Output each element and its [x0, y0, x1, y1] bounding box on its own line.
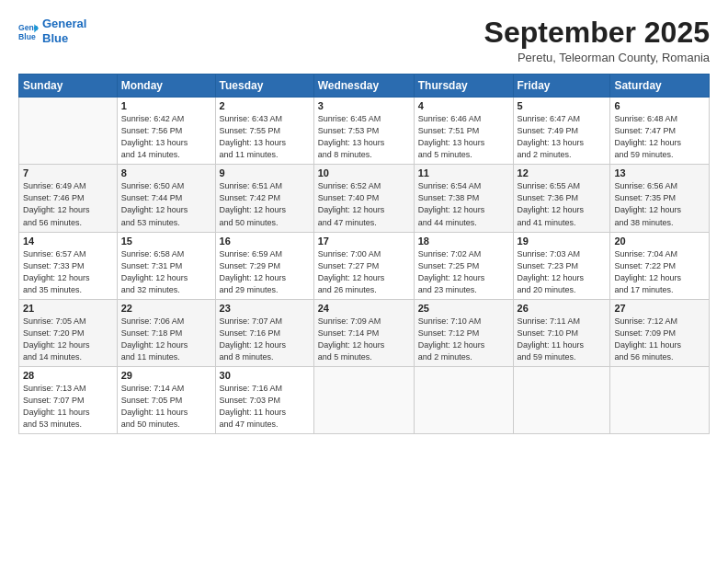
calendar-day-cell: 15Sunrise: 6:58 AM Sunset: 7:31 PM Dayli…: [117, 232, 215, 299]
day-info: Sunrise: 7:06 AM Sunset: 7:18 PM Dayligh…: [121, 316, 211, 363]
logo-icon: General Blue: [18, 21, 39, 41]
day-info: Sunrise: 7:00 AM Sunset: 7:27 PM Dayligh…: [318, 248, 410, 296]
day-number: 4: [418, 100, 509, 111]
calendar-table: SundayMondayTuesdayWednesdayThursdayFrid…: [18, 74, 710, 434]
day-number: 9: [220, 167, 310, 178]
month-title: September 2025: [484, 17, 710, 49]
day-info: Sunrise: 6:56 AM Sunset: 7:35 PM Dayligh…: [614, 180, 705, 228]
calendar-day-cell: 10Sunrise: 6:52 AM Sunset: 7:40 PM Dayli…: [313, 165, 414, 232]
calendar-day-cell: 18Sunrise: 7:02 AM Sunset: 7:25 PM Dayli…: [414, 232, 513, 299]
calendar-day-cell: 2Sunrise: 6:43 AM Sunset: 7:55 PM Daylig…: [215, 98, 313, 165]
day-number: 8: [121, 167, 211, 178]
day-number: 15: [121, 236, 211, 247]
day-info: Sunrise: 6:58 AM Sunset: 7:31 PM Dayligh…: [121, 248, 211, 296]
calendar-day-cell: 24Sunrise: 7:09 AM Sunset: 7:14 PM Dayli…: [313, 299, 414, 366]
calendar-day-cell: 12Sunrise: 6:55 AM Sunset: 7:36 PM Dayli…: [513, 165, 610, 232]
day-info: Sunrise: 7:14 AM Sunset: 7:05 PM Dayligh…: [121, 383, 211, 431]
calendar-day-cell: 29Sunrise: 7:14 AM Sunset: 7:05 PM Dayli…: [117, 366, 215, 433]
day-number: 7: [23, 167, 113, 178]
calendar-day-cell: [610, 366, 710, 433]
title-block: September 2025 Peretu, Teleorman County,…: [484, 17, 710, 64]
calendar-day-cell: 8Sunrise: 6:50 AM Sunset: 7:44 PM Daylig…: [117, 165, 215, 232]
calendar-day-cell: 1Sunrise: 6:42 AM Sunset: 7:56 PM Daylig…: [117, 98, 215, 165]
day-header-tuesday: Tuesday: [215, 75, 313, 98]
day-header-thursday: Thursday: [414, 75, 513, 98]
calendar-day-cell: 21Sunrise: 7:05 AM Sunset: 7:20 PM Dayli…: [19, 299, 118, 366]
calendar-week-row: 7Sunrise: 6:49 AM Sunset: 7:46 PM Daylig…: [19, 165, 710, 232]
day-info: Sunrise: 6:55 AM Sunset: 7:36 PM Dayligh…: [518, 180, 607, 228]
day-info: Sunrise: 6:54 AM Sunset: 7:38 PM Dayligh…: [418, 180, 509, 228]
day-number: 5: [518, 100, 607, 111]
day-number: 23: [220, 303, 310, 314]
day-header-saturday: Saturday: [610, 75, 710, 98]
day-info: Sunrise: 6:57 AM Sunset: 7:33 PM Dayligh…: [23, 248, 113, 296]
calendar-day-cell: 17Sunrise: 7:00 AM Sunset: 7:27 PM Dayli…: [313, 232, 414, 299]
day-number: 20: [614, 236, 705, 247]
day-info: Sunrise: 6:43 AM Sunset: 7:55 PM Dayligh…: [220, 113, 310, 161]
day-info: Sunrise: 6:42 AM Sunset: 7:56 PM Dayligh…: [121, 113, 211, 161]
calendar-day-cell: 4Sunrise: 6:46 AM Sunset: 7:51 PM Daylig…: [414, 98, 513, 165]
day-number: 12: [518, 167, 607, 178]
calendar-day-cell: 5Sunrise: 6:47 AM Sunset: 7:49 PM Daylig…: [513, 98, 610, 165]
day-header-friday: Friday: [513, 75, 610, 98]
logo: General Blue GeneralBlue: [18, 17, 86, 45]
day-number: 13: [614, 167, 705, 178]
day-info: Sunrise: 7:02 AM Sunset: 7:25 PM Dayligh…: [418, 248, 509, 296]
day-info: Sunrise: 6:47 AM Sunset: 7:49 PM Dayligh…: [518, 113, 607, 161]
day-info: Sunrise: 7:03 AM Sunset: 7:23 PM Dayligh…: [518, 248, 607, 296]
page-header: General Blue GeneralBlue September 2025 …: [18, 17, 710, 64]
calendar-day-cell: 22Sunrise: 7:06 AM Sunset: 7:18 PM Dayli…: [117, 299, 215, 366]
day-info: Sunrise: 6:59 AM Sunset: 7:29 PM Dayligh…: [220, 248, 310, 296]
day-info: Sunrise: 6:48 AM Sunset: 7:47 PM Dayligh…: [614, 113, 705, 161]
day-number: 29: [121, 370, 211, 381]
day-number: 10: [318, 167, 410, 178]
calendar-day-cell: 26Sunrise: 7:11 AM Sunset: 7:10 PM Dayli…: [513, 299, 610, 366]
calendar-day-cell: 28Sunrise: 7:13 AM Sunset: 7:07 PM Dayli…: [19, 366, 118, 433]
calendar-week-row: 14Sunrise: 6:57 AM Sunset: 7:33 PM Dayli…: [19, 232, 710, 299]
day-info: Sunrise: 6:45 AM Sunset: 7:53 PM Dayligh…: [318, 113, 410, 161]
location: Peretu, Teleorman County, Romania: [484, 51, 710, 64]
day-info: Sunrise: 7:07 AM Sunset: 7:16 PM Dayligh…: [220, 316, 310, 363]
day-info: Sunrise: 6:52 AM Sunset: 7:40 PM Dayligh…: [318, 180, 410, 228]
day-number: 27: [614, 303, 705, 314]
calendar-day-cell: 23Sunrise: 7:07 AM Sunset: 7:16 PM Dayli…: [215, 299, 313, 366]
day-info: Sunrise: 7:09 AM Sunset: 7:14 PM Dayligh…: [318, 316, 410, 363]
calendar-day-cell: [414, 366, 513, 433]
day-number: 30: [220, 370, 310, 381]
day-number: 18: [418, 236, 509, 247]
day-number: 6: [614, 100, 705, 111]
day-header-wednesday: Wednesday: [313, 75, 414, 98]
calendar-day-cell: 27Sunrise: 7:12 AM Sunset: 7:09 PM Dayli…: [610, 299, 710, 366]
day-number: 2: [220, 100, 310, 111]
day-number: 28: [23, 370, 113, 381]
calendar-day-cell: 7Sunrise: 6:49 AM Sunset: 7:46 PM Daylig…: [19, 165, 118, 232]
calendar-day-cell: 6Sunrise: 6:48 AM Sunset: 7:47 PM Daylig…: [610, 98, 710, 165]
day-info: Sunrise: 7:05 AM Sunset: 7:20 PM Dayligh…: [23, 316, 113, 363]
day-info: Sunrise: 6:51 AM Sunset: 7:42 PM Dayligh…: [220, 180, 310, 228]
day-info: Sunrise: 7:04 AM Sunset: 7:22 PM Dayligh…: [614, 248, 705, 296]
logo-text: GeneralBlue: [42, 17, 86, 45]
day-number: 3: [318, 100, 410, 111]
day-number: 14: [23, 236, 113, 247]
day-info: Sunrise: 6:50 AM Sunset: 7:44 PM Dayligh…: [121, 180, 211, 228]
calendar-day-cell: 9Sunrise: 6:51 AM Sunset: 7:42 PM Daylig…: [215, 165, 313, 232]
day-header-sunday: Sunday: [19, 75, 118, 98]
calendar-day-cell: [19, 98, 118, 165]
calendar-day-cell: 30Sunrise: 7:16 AM Sunset: 7:03 PM Dayli…: [215, 366, 313, 433]
calendar-day-cell: 14Sunrise: 6:57 AM Sunset: 7:33 PM Dayli…: [19, 232, 118, 299]
calendar-week-row: 1Sunrise: 6:42 AM Sunset: 7:56 PM Daylig…: [19, 98, 710, 165]
day-number: 22: [121, 303, 211, 314]
day-header-monday: Monday: [117, 75, 215, 98]
calendar-day-cell: 25Sunrise: 7:10 AM Sunset: 7:12 PM Dayli…: [414, 299, 513, 366]
day-info: Sunrise: 7:12 AM Sunset: 7:09 PM Dayligh…: [614, 316, 705, 363]
day-info: Sunrise: 6:46 AM Sunset: 7:51 PM Dayligh…: [418, 113, 509, 161]
day-number: 1: [121, 100, 211, 111]
svg-text:Blue: Blue: [18, 31, 36, 40]
day-number: 24: [318, 303, 410, 314]
calendar-day-cell: 11Sunrise: 6:54 AM Sunset: 7:38 PM Dayli…: [414, 165, 513, 232]
day-info: Sunrise: 7:13 AM Sunset: 7:07 PM Dayligh…: [23, 383, 113, 431]
day-number: 16: [220, 236, 310, 247]
calendar-day-cell: 3Sunrise: 6:45 AM Sunset: 7:53 PM Daylig…: [313, 98, 414, 165]
day-info: Sunrise: 7:16 AM Sunset: 7:03 PM Dayligh…: [220, 383, 310, 431]
calendar-day-cell: 13Sunrise: 6:56 AM Sunset: 7:35 PM Dayli…: [610, 165, 710, 232]
